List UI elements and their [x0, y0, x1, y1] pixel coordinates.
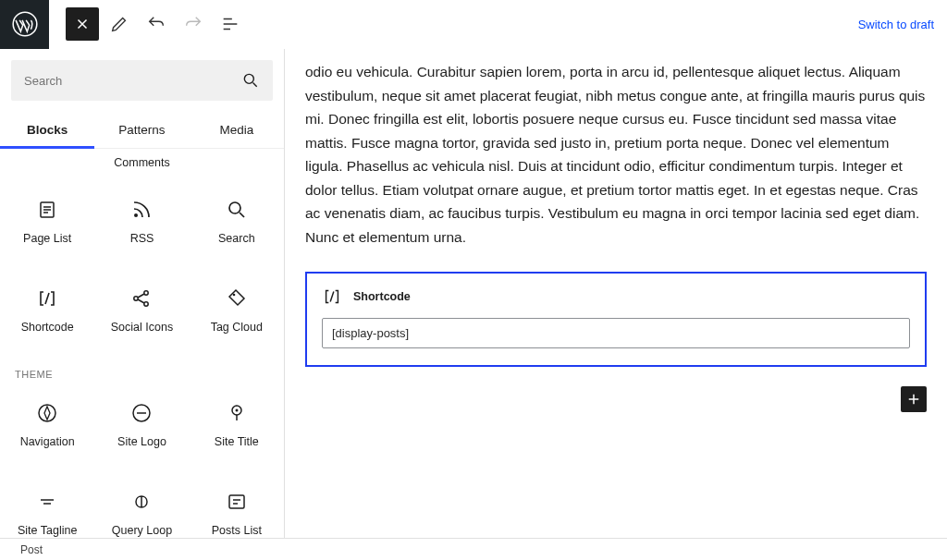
close-inserter-button[interactable]	[66, 7, 99, 41]
block-label: Page List	[23, 232, 71, 245]
block-label: Site Logo	[117, 435, 166, 448]
tab-blocks[interactable]: Blocks	[0, 112, 94, 148]
tag-cloud-icon	[226, 287, 248, 310]
shortcode-block-label: Shortcode	[353, 290, 411, 303]
svg-rect-13	[229, 495, 244, 508]
block-label: RSS	[130, 232, 154, 245]
block-site-logo[interactable]: Site Logo	[94, 385, 189, 474]
search-icon	[241, 71, 260, 90]
block-navigation[interactable]: Navigation	[0, 385, 94, 474]
block-posts-list[interactable]: Posts List	[190, 474, 284, 538]
query-loop-icon	[130, 491, 153, 513]
redo-icon	[177, 7, 210, 41]
posts-list-icon	[226, 491, 248, 513]
undo-icon[interactable]	[140, 7, 173, 41]
block-site-title[interactable]: Site Title	[190, 385, 284, 474]
shortcode-block-icon	[322, 286, 342, 307]
search-block-icon	[226, 199, 248, 221]
block-label: Social Icons	[111, 321, 173, 334]
site-title-icon	[226, 402, 248, 424]
shortcode-icon	[36, 287, 58, 310]
add-block-button[interactable]	[901, 386, 927, 412]
block-label: Posts List	[212, 524, 262, 537]
svg-point-1	[244, 74, 253, 83]
shortcode-input[interactable]	[322, 318, 910, 348]
paragraph-block[interactable]: odio eu vehicula. Curabitur sapien lorem…	[305, 60, 927, 250]
page-list-icon	[36, 199, 58, 221]
block-inserter-sidebar: Blocks Patterns Media Comments Page List…	[0, 49, 285, 538]
block-site-tagline[interactable]: Site Tagline	[0, 474, 94, 538]
svg-point-12	[235, 409, 238, 412]
block-query-loop[interactable]: Query Loop	[94, 474, 189, 538]
block-label: Navigation	[20, 435, 75, 448]
footer-breadcrumb: Post	[0, 538, 947, 560]
navigation-icon	[36, 402, 58, 424]
svg-point-5	[134, 297, 138, 300]
inserter-tabs: Blocks Patterns Media	[0, 112, 284, 149]
block-label: Query Loop	[112, 524, 172, 537]
shortcode-block[interactable]: Shortcode	[305, 272, 927, 367]
site-logo-icon	[130, 402, 153, 424]
wordpress-logo[interactable]	[0, 0, 49, 49]
search-input[interactable]	[24, 74, 241, 88]
block-shortcode[interactable]: Shortcode	[0, 271, 94, 359]
block-social-icons[interactable]: Social Icons	[94, 271, 189, 359]
svg-point-8	[233, 294, 236, 297]
svg-point-3	[134, 213, 138, 217]
block-search[interactable]: Search	[190, 182, 284, 271]
tab-patterns[interactable]: Patterns	[94, 112, 189, 148]
block-label-comments: Comments	[0, 156, 284, 182]
block-page-list[interactable]: Page List	[0, 182, 94, 271]
editor-canvas[interactable]: odio eu vehicula. Curabitur sapien lorem…	[285, 49, 947, 538]
switch-to-draft-link[interactable]: Switch to draft	[858, 18, 934, 31]
svg-point-6	[144, 291, 148, 295]
site-tagline-icon	[36, 491, 58, 513]
block-label: Tag Cloud	[211, 321, 263, 334]
block-tag-cloud[interactable]: Tag Cloud	[190, 271, 284, 359]
social-icons-icon	[130, 287, 153, 310]
block-label: Site Tagline	[18, 524, 77, 537]
section-title-theme: THEME	[0, 359, 284, 385]
block-label: Shortcode	[21, 321, 74, 334]
search-input-wrap[interactable]	[11, 60, 273, 101]
svg-point-4	[229, 202, 240, 213]
tab-media[interactable]: Media	[190, 112, 284, 148]
block-label: Site Title	[215, 435, 259, 448]
rss-icon	[130, 199, 153, 221]
block-rss[interactable]: RSS	[94, 182, 189, 271]
edit-icon[interactable]	[103, 7, 136, 41]
svg-point-7	[144, 302, 148, 306]
document-overview-icon[interactable]	[214, 7, 247, 41]
breadcrumb-label[interactable]: Post	[20, 543, 43, 556]
block-label: Search	[218, 232, 255, 245]
topbar: Switch to draft	[0, 0, 947, 49]
